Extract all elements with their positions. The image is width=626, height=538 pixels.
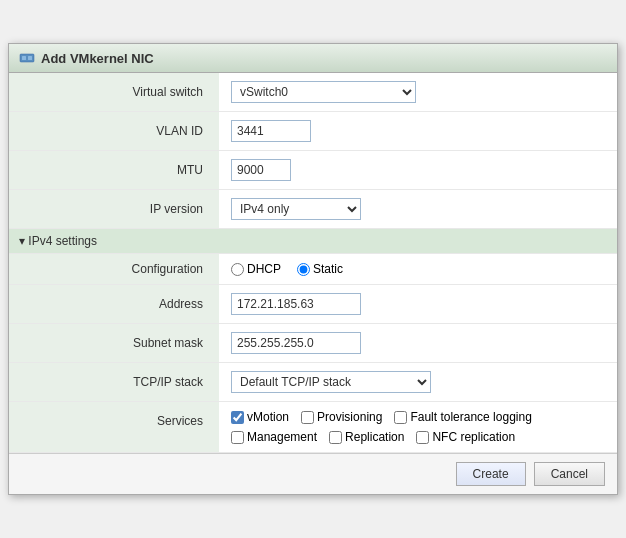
services-label: Services	[9, 402, 219, 453]
subnet-mask-row: Subnet mask	[9, 324, 617, 363]
services-row-2: Management Replication NFC replication	[231, 430, 605, 444]
configuration-row: Configuration DHCP Static	[9, 254, 617, 285]
ft-logging-label: Fault tolerance logging	[410, 410, 531, 424]
ft-logging-checkbox-label[interactable]: Fault tolerance logging	[394, 410, 531, 424]
cancel-button[interactable]: Cancel	[534, 462, 605, 486]
mtu-row: MTU	[9, 151, 617, 190]
static-label: Static	[313, 262, 343, 276]
tcpip-stack-row: TCP/IP stack Default TCP/IP stack vMotio…	[9, 363, 617, 402]
nic-icon	[19, 50, 35, 66]
configuration-label: Configuration	[9, 254, 219, 285]
ip-version-label: IP version	[9, 190, 219, 229]
dhcp-label: DHCP	[247, 262, 281, 276]
replication-checkbox-label[interactable]: Replication	[329, 430, 404, 444]
svg-rect-1	[22, 56, 26, 60]
address-row: Address	[9, 285, 617, 324]
services-row-1: vMotion Provisioning Fault tolerance log…	[231, 410, 605, 424]
svg-rect-2	[28, 56, 32, 60]
create-button[interactable]: Create	[456, 462, 526, 486]
virtual-switch-label: Virtual switch	[9, 73, 219, 112]
form-table: Virtual switch vSwitch0 vSwitch1 VLAN ID…	[9, 73, 617, 453]
ip-version-row: IP version IPv4 only IPv6 only IPv4 and …	[9, 190, 617, 229]
provisioning-label: Provisioning	[317, 410, 382, 424]
virtual-switch-select[interactable]: vSwitch0 vSwitch1	[231, 81, 416, 103]
dialog-titlebar: Add VMkernel NIC	[9, 44, 617, 73]
add-vmkernel-nic-dialog: Add VMkernel NIC Virtual switch vSwitch0…	[8, 43, 618, 495]
ft-logging-checkbox[interactable]	[394, 411, 407, 424]
services-row: Services vMotion Provisioning	[9, 402, 617, 453]
ip-version-select[interactable]: IPv4 only IPv6 only IPv4 and IPv6	[231, 198, 361, 220]
mtu-label: MTU	[9, 151, 219, 190]
static-radio[interactable]	[297, 263, 310, 276]
dialog-footer: Create Cancel	[9, 453, 617, 494]
dhcp-radio[interactable]	[231, 263, 244, 276]
virtual-switch-row: Virtual switch vSwitch0 vSwitch1	[9, 73, 617, 112]
subnet-mask-label: Subnet mask	[9, 324, 219, 363]
tcpip-stack-select[interactable]: Default TCP/IP stack vMotion TCP/IP stac…	[231, 371, 431, 393]
subnet-mask-input[interactable]	[231, 332, 361, 354]
tcpip-stack-label: TCP/IP stack	[9, 363, 219, 402]
replication-label: Replication	[345, 430, 404, 444]
vmotion-label: vMotion	[247, 410, 289, 424]
dhcp-radio-label[interactable]: DHCP	[231, 262, 281, 276]
ipv4-section-label: ▾ IPv4 settings	[9, 229, 617, 254]
provisioning-checkbox-label[interactable]: Provisioning	[301, 410, 382, 424]
nfc-replication-label: NFC replication	[432, 430, 515, 444]
mtu-input[interactable]	[231, 159, 291, 181]
static-radio-label[interactable]: Static	[297, 262, 343, 276]
vmotion-checkbox-label[interactable]: vMotion	[231, 410, 289, 424]
replication-checkbox[interactable]	[329, 431, 342, 444]
dialog-title: Add VMkernel NIC	[41, 51, 154, 66]
ipv4-section-header: ▾ IPv4 settings	[9, 229, 617, 254]
address-label: Address	[9, 285, 219, 324]
management-checkbox-label[interactable]: Management	[231, 430, 317, 444]
vlan-id-label: VLAN ID	[9, 112, 219, 151]
vlan-id-input[interactable]	[231, 120, 311, 142]
address-input[interactable]	[231, 293, 361, 315]
vmotion-checkbox[interactable]	[231, 411, 244, 424]
provisioning-checkbox[interactable]	[301, 411, 314, 424]
dialog-body: Virtual switch vSwitch0 vSwitch1 VLAN ID…	[9, 73, 617, 453]
nfc-replication-checkbox[interactable]	[416, 431, 429, 444]
management-checkbox[interactable]	[231, 431, 244, 444]
vlan-id-row: VLAN ID	[9, 112, 617, 151]
configuration-radio-group: DHCP Static	[231, 262, 605, 276]
services-cell: vMotion Provisioning Fault tolerance log…	[231, 410, 605, 444]
nfc-replication-checkbox-label[interactable]: NFC replication	[416, 430, 515, 444]
management-label: Management	[247, 430, 317, 444]
